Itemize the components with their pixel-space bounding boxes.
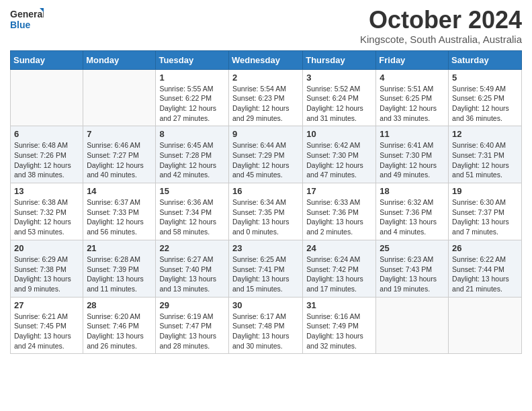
- day-info: Sunrise: 6:22 AMSunset: 7:44 PMDaylight:…: [452, 255, 518, 294]
- day-number: 1: [159, 73, 225, 83]
- week-row-5: 27Sunrise: 6:21 AMSunset: 7:45 PMDayligh…: [11, 297, 522, 354]
- day-number: 31: [306, 300, 372, 310]
- day-number: 29: [159, 300, 225, 310]
- calendar-cell: [11, 69, 83, 126]
- col-header-saturday: Saturday: [449, 50, 522, 69]
- col-header-thursday: Thursday: [303, 50, 376, 69]
- day-number: 30: [232, 300, 299, 310]
- day-info: Sunrise: 6:20 AMSunset: 7:46 PMDaylight:…: [87, 312, 152, 351]
- day-info: Sunrise: 6:37 AMSunset: 7:33 PMDaylight:…: [87, 197, 152, 237]
- col-header-sunday: Sunday: [11, 50, 83, 69]
- day-number: 19: [452, 186, 518, 196]
- day-number: 28: [87, 300, 152, 310]
- calendar-cell: 26Sunrise: 6:22 AMSunset: 7:44 PMDayligh…: [449, 240, 522, 297]
- day-number: 16: [232, 186, 299, 196]
- logo-svg: General Blue: [10, 7, 44, 30]
- day-info: Sunrise: 6:16 AMSunset: 7:49 PMDaylight:…: [306, 312, 372, 351]
- calendar-cell: 28Sunrise: 6:20 AMSunset: 7:46 PMDayligh…: [83, 297, 156, 354]
- calendar-cell: 12Sunrise: 6:40 AMSunset: 7:31 PMDayligh…: [449, 126, 522, 183]
- day-info: Sunrise: 5:49 AMSunset: 6:25 PMDaylight:…: [452, 84, 518, 124]
- day-info: Sunrise: 6:34 AMSunset: 7:35 PMDaylight:…: [232, 197, 299, 237]
- day-info: Sunrise: 6:45 AMSunset: 7:28 PMDaylight:…: [159, 140, 225, 180]
- day-info: Sunrise: 6:40 AMSunset: 7:31 PMDaylight:…: [452, 140, 518, 180]
- week-row-2: 6Sunrise: 6:48 AMSunset: 7:26 PMDaylight…: [11, 126, 522, 183]
- calendar-cell: 17Sunrise: 6:33 AMSunset: 7:36 PMDayligh…: [303, 183, 376, 240]
- calendar-cell: 2Sunrise: 5:54 AMSunset: 6:23 PMDaylight…: [228, 69, 302, 126]
- calendar-cell: 10Sunrise: 6:42 AMSunset: 7:30 PMDayligh…: [303, 126, 376, 183]
- header: General Blue October 2024 Kingscote, Sou…: [10, 7, 522, 45]
- day-info: Sunrise: 6:23 AMSunset: 7:43 PMDaylight:…: [380, 255, 445, 294]
- calendar-table: SundayMondayTuesdayWednesdayThursdayFrid…: [10, 50, 522, 355]
- day-info: Sunrise: 6:29 AMSunset: 7:38 PMDaylight:…: [14, 255, 79, 294]
- day-number: 26: [452, 243, 518, 253]
- svg-text:General: General: [10, 9, 44, 19]
- col-header-wednesday: Wednesday: [228, 50, 302, 69]
- day-number: 18: [380, 186, 445, 196]
- day-info: Sunrise: 6:24 AMSunset: 7:42 PMDaylight:…: [306, 255, 372, 294]
- day-number: 27: [14, 300, 79, 310]
- calendar-cell: 21Sunrise: 6:28 AMSunset: 7:39 PMDayligh…: [83, 240, 156, 297]
- day-info: Sunrise: 6:46 AMSunset: 7:27 PMDaylight:…: [87, 140, 152, 180]
- day-number: 5: [452, 73, 518, 83]
- calendar-cell: 22Sunrise: 6:27 AMSunset: 7:40 PMDayligh…: [156, 240, 229, 297]
- svg-text:Blue: Blue: [10, 19, 31, 30]
- day-info: Sunrise: 5:51 AMSunset: 6:25 PMDaylight:…: [380, 84, 445, 124]
- day-number: 21: [87, 243, 152, 253]
- calendar-cell: [449, 297, 522, 354]
- day-number: 22: [159, 243, 225, 253]
- day-info: Sunrise: 6:30 AMSunset: 7:37 PMDaylight:…: [452, 197, 518, 237]
- day-info: Sunrise: 5:52 AMSunset: 6:24 PMDaylight:…: [306, 84, 372, 124]
- calendar-cell: 30Sunrise: 6:17 AMSunset: 7:48 PMDayligh…: [228, 297, 302, 354]
- day-info: Sunrise: 6:48 AMSunset: 7:26 PMDaylight:…: [14, 140, 79, 180]
- calendar-cell: 9Sunrise: 6:44 AMSunset: 7:29 PMDaylight…: [228, 126, 302, 183]
- calendar-cell: 11Sunrise: 6:41 AMSunset: 7:30 PMDayligh…: [376, 126, 449, 183]
- calendar-cell: 20Sunrise: 6:29 AMSunset: 7:38 PMDayligh…: [11, 240, 83, 297]
- calendar-cell: 16Sunrise: 6:34 AMSunset: 7:35 PMDayligh…: [228, 183, 302, 240]
- calendar-cell: 13Sunrise: 6:38 AMSunset: 7:32 PMDayligh…: [11, 183, 83, 240]
- calendar-cell: 7Sunrise: 6:46 AMSunset: 7:27 PMDaylight…: [83, 126, 156, 183]
- day-info: Sunrise: 6:27 AMSunset: 7:40 PMDaylight:…: [159, 255, 225, 294]
- logo: General Blue: [10, 7, 44, 30]
- day-number: 11: [380, 129, 445, 139]
- calendar-cell: 18Sunrise: 6:32 AMSunset: 7:36 PMDayligh…: [376, 183, 449, 240]
- day-info: Sunrise: 6:21 AMSunset: 7:45 PMDaylight:…: [14, 312, 79, 351]
- day-number: 7: [87, 129, 152, 139]
- day-number: 24: [306, 243, 372, 253]
- day-info: Sunrise: 5:54 AMSunset: 6:23 PMDaylight:…: [232, 84, 299, 124]
- day-number: 10: [306, 129, 372, 139]
- day-number: 13: [14, 186, 79, 196]
- day-info: Sunrise: 6:33 AMSunset: 7:36 PMDaylight:…: [306, 197, 372, 237]
- col-header-tuesday: Tuesday: [156, 50, 229, 69]
- day-info: Sunrise: 6:41 AMSunset: 7:30 PMDaylight:…: [380, 140, 445, 180]
- calendar-cell: 23Sunrise: 6:25 AMSunset: 7:41 PMDayligh…: [228, 240, 302, 297]
- header-row: SundayMondayTuesdayWednesdayThursdayFrid…: [11, 50, 522, 69]
- day-number: 4: [380, 73, 445, 83]
- page: General Blue October 2024 Kingscote, Sou…: [0, 0, 532, 411]
- day-number: 6: [14, 129, 79, 139]
- day-number: 8: [159, 129, 225, 139]
- calendar-cell: 29Sunrise: 6:19 AMSunset: 7:47 PMDayligh…: [156, 297, 229, 354]
- col-header-monday: Monday: [83, 50, 156, 69]
- week-row-3: 13Sunrise: 6:38 AMSunset: 7:32 PMDayligh…: [11, 183, 522, 240]
- day-number: 15: [159, 186, 225, 196]
- day-number: 23: [232, 243, 299, 253]
- day-info: Sunrise: 6:38 AMSunset: 7:32 PMDaylight:…: [14, 197, 79, 237]
- col-header-friday: Friday: [376, 50, 449, 69]
- day-number: 25: [380, 243, 445, 253]
- calendar-cell: [83, 69, 156, 126]
- day-number: 17: [306, 186, 372, 196]
- day-number: 12: [452, 129, 518, 139]
- subtitle: Kingscote, South Australia, Australia: [360, 34, 522, 45]
- calendar-cell: 5Sunrise: 5:49 AMSunset: 6:25 PMDaylight…: [449, 69, 522, 126]
- day-info: Sunrise: 6:25 AMSunset: 7:41 PMDaylight:…: [232, 255, 299, 294]
- title-block: October 2024 Kingscote, South Australia,…: [360, 7, 522, 45]
- day-number: 20: [14, 243, 79, 253]
- day-info: Sunrise: 5:55 AMSunset: 6:22 PMDaylight:…: [159, 84, 225, 124]
- day-info: Sunrise: 6:36 AMSunset: 7:34 PMDaylight:…: [159, 197, 225, 237]
- week-row-1: 1Sunrise: 5:55 AMSunset: 6:22 PMDaylight…: [11, 69, 522, 126]
- day-info: Sunrise: 6:42 AMSunset: 7:30 PMDaylight:…: [306, 140, 372, 180]
- calendar-cell: 15Sunrise: 6:36 AMSunset: 7:34 PMDayligh…: [156, 183, 229, 240]
- calendar-cell: 4Sunrise: 5:51 AMSunset: 6:25 PMDaylight…: [376, 69, 449, 126]
- calendar-cell: 6Sunrise: 6:48 AMSunset: 7:26 PMDaylight…: [11, 126, 83, 183]
- calendar-cell: 31Sunrise: 6:16 AMSunset: 7:49 PMDayligh…: [303, 297, 376, 354]
